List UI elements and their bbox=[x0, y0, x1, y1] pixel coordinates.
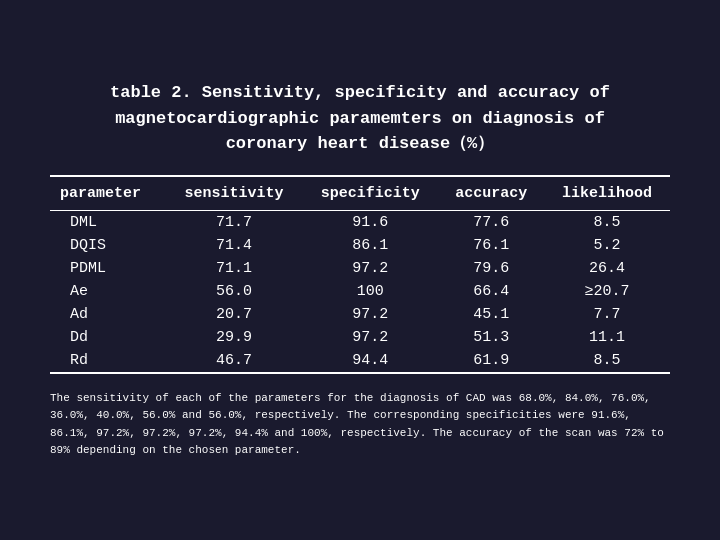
table-cell: 71.1 bbox=[166, 257, 302, 280]
table-cell: 71.4 bbox=[166, 234, 302, 257]
data-table: parameter sensitivity specificity accura… bbox=[50, 177, 670, 372]
title-line2: magnetocardiographic paramemters on diag… bbox=[115, 109, 605, 128]
table-cell: 94.4 bbox=[302, 349, 438, 372]
main-container: table 2. Sensitivity, specificity and ac… bbox=[20, 60, 700, 480]
table-cell: 29.9 bbox=[166, 326, 302, 349]
table-body: DML71.791.677.68.5DQIS71.486.176.15.2PDM… bbox=[50, 210, 670, 372]
table-row: Dd29.997.251.311.1 bbox=[50, 326, 670, 349]
table-row: PDML71.197.279.626.4 bbox=[50, 257, 670, 280]
col-header-accuracy: accuracy bbox=[438, 177, 543, 211]
col-header-sensitivity: sensitivity bbox=[166, 177, 302, 211]
table-cell: 45.1 bbox=[438, 303, 543, 326]
footer-text: The sensitivity of each of the parameter… bbox=[50, 390, 670, 460]
table-row: Ad20.797.245.17.7 bbox=[50, 303, 670, 326]
table-row: DQIS71.486.176.15.2 bbox=[50, 234, 670, 257]
table-cell: 5.2 bbox=[544, 234, 670, 257]
table-cell: Rd bbox=[50, 349, 166, 372]
col-header-parameter: parameter bbox=[50, 177, 166, 211]
table-cell: 8.5 bbox=[544, 210, 670, 234]
table-cell: 66.4 bbox=[438, 280, 543, 303]
table-cell: 71.7 bbox=[166, 210, 302, 234]
table-cell: 91.6 bbox=[302, 210, 438, 234]
table-cell: 76.1 bbox=[438, 234, 543, 257]
title-line1: table 2. Sensitivity, specificity and ac… bbox=[110, 83, 610, 102]
table-cell: 46.7 bbox=[166, 349, 302, 372]
table-cell: 51.3 bbox=[438, 326, 543, 349]
table-cell: 86.1 bbox=[302, 234, 438, 257]
table-cell: 79.6 bbox=[438, 257, 543, 280]
table-cell: 77.6 bbox=[438, 210, 543, 234]
table-cell: 26.4 bbox=[544, 257, 670, 280]
table-cell: 20.7 bbox=[166, 303, 302, 326]
table-cell: 97.2 bbox=[302, 303, 438, 326]
title-line3: coronary heart disease（%） bbox=[226, 134, 495, 153]
table-wrapper: parameter sensitivity specificity accura… bbox=[50, 175, 670, 374]
table-cell: 61.9 bbox=[438, 349, 543, 372]
table-cell: 97.2 bbox=[302, 257, 438, 280]
table-cell: ≥20.7 bbox=[544, 280, 670, 303]
table-cell: Dd bbox=[50, 326, 166, 349]
table-header-row: parameter sensitivity specificity accura… bbox=[50, 177, 670, 211]
table-row: Rd46.794.461.98.5 bbox=[50, 349, 670, 372]
table-cell: Ae bbox=[50, 280, 166, 303]
table-cell: 11.1 bbox=[544, 326, 670, 349]
table-title: table 2. Sensitivity, specificity and ac… bbox=[50, 80, 670, 157]
table-cell: DQIS bbox=[50, 234, 166, 257]
table-cell: 97.2 bbox=[302, 326, 438, 349]
table-row: DML71.791.677.68.5 bbox=[50, 210, 670, 234]
table-cell: PDML bbox=[50, 257, 166, 280]
table-row: Ae56.010066.4≥20.7 bbox=[50, 280, 670, 303]
table-cell: 8.5 bbox=[544, 349, 670, 372]
table-cell: 56.0 bbox=[166, 280, 302, 303]
table-cell: Ad bbox=[50, 303, 166, 326]
col-header-likelihood: likelihood bbox=[544, 177, 670, 211]
table-cell: DML bbox=[50, 210, 166, 234]
table-cell: 100 bbox=[302, 280, 438, 303]
table-cell: 7.7 bbox=[544, 303, 670, 326]
col-header-specificity: specificity bbox=[302, 177, 438, 211]
